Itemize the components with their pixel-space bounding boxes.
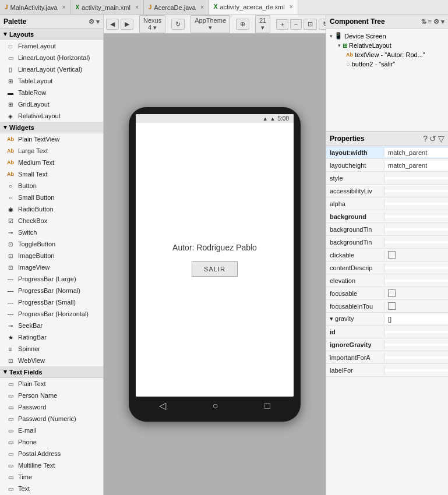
palette-item-tablerow[interactable]: ▬ TableRow [0,87,103,98]
zoom-in-button[interactable]: + [276,19,288,30]
prop-value-contentdescrip[interactable] [384,267,448,269]
palette-item-postal-address[interactable]: ▭ Postal Address [0,448,103,459]
fit-button[interactable]: ⊡ [304,19,317,30]
navigate-forward-button[interactable]: ▶ [121,19,133,30]
prop-value-background[interactable] [384,215,448,218]
prop-checkbox-focusable-in-touch[interactable] [388,302,396,310]
properties-help-icon[interactable]: ? [423,134,428,143]
palette-item-password-numeric[interactable]: ▭ Password (Numeric) [0,413,103,425]
prop-value-backgroundtin2[interactable] [384,241,448,243]
palette-item-framelayout[interactable]: □ FrameLayout [0,40,103,52]
component-tree-sort2-icon[interactable]: ≡ [428,18,432,26]
palette-item-webview[interactable]: ⊡ WebView [0,355,103,366]
palette-group-layouts[interactable]: ▾ Layouts [0,29,103,40]
prop-value-accessibility[interactable] [384,190,448,192]
api-button[interactable]: 21 ▾ [255,15,270,33]
prop-name-contentdescrip: contentDescrip [326,263,384,273]
tab-activity-acerca-de-xml[interactable]: X activity_acerca_de.xml × [209,0,298,15]
tree-item-textview[interactable]: Ab textView - "Autor: Rod..." [326,50,448,59]
palette-item-button[interactable]: ○ Button [0,180,103,192]
palette-item-person-name[interactable]: ▭ Person Name [0,390,103,401]
component-tree-sort-icon[interactable]: ⇅ [421,18,426,26]
palette-group-widgets[interactable]: ▾ Widgets [0,122,103,133]
properties-undo-icon[interactable]: ↺ [429,134,436,143]
device-selector-button[interactable]: Nexus 4 ▾ [139,15,165,33]
palette-item-text[interactable]: ▭ Text [0,483,103,494]
phone-nav-home-button[interactable]: ○ [213,401,218,411]
palette-item-ratingbar[interactable]: ★ RatingBar [0,331,103,343]
palette-group-text-fields[interactable]: ▾ Text Fields [0,366,103,378]
relativelayout-tree-arrow[interactable]: ▾ [338,43,341,48]
text-icon: ▭ [6,484,15,493]
orientation-button[interactable]: ↻ [171,19,185,30]
prop-checkbox-focusable[interactable] [388,289,396,297]
palette-item-medium-text[interactable]: Ab Medium Text [0,157,103,168]
tab-close-0[interactable]: × [62,4,66,10]
device-screen-arrow[interactable]: ▾ [330,33,333,39]
palette-item-radiobutton[interactable]: ◉ RadioButton [0,203,103,215]
prop-value-elevation[interactable] [384,280,448,282]
tab-close-3[interactable]: × [290,3,293,10]
prop-value-important-for-a[interactable] [384,356,448,359]
palette-item-relativelayout[interactable]: ◈ RelativeLayout [0,110,103,122]
phone-nav-back-button[interactable]: ◁ [159,400,166,411]
prop-value-layout-height[interactable]: match_parent [384,161,448,170]
prop-value-ignore-gravity[interactable] [384,344,448,346]
navigate-back-button[interactable]: ◀ [106,19,119,30]
palette-item-time[interactable]: ▭ Time [0,471,103,483]
component-tree-menu-icon[interactable]: ▾ [441,18,445,26]
palette-item-plain-textview[interactable]: Ab Plain TextView [0,133,103,145]
palette-item-togglebutton[interactable]: ⊡ ToggleButton [0,238,103,250]
phone-salir-button[interactable]: SALIR [192,261,238,277]
tab-close-2[interactable]: × [200,4,204,10]
palette-item-imageview[interactable]: ⊡ ImageView [0,261,103,273]
palette-item-seekbar[interactable]: ⊸ SeekBar [0,320,103,331]
palette-item-tablelayout[interactable]: ⊞ TableLayout [0,75,103,87]
tree-item-relativelayout[interactable]: ▾ ⊞ RelativeLayout [326,41,448,50]
palette-item-password[interactable]: ▭ Password [0,401,103,413]
tree-item-device-screen[interactable]: ▾ 📱 Device Screen [326,31,448,41]
prop-value-id[interactable] [384,331,448,333]
prop-row-backgroundtin1: backgroundTin [326,223,448,236]
palette-item-checkbox[interactable]: ☑ CheckBox [0,215,103,227]
palette-item-linearlayout-h[interactable]: ▭ LinearLayout (Horizontal) [0,52,103,63]
palette-item-spinner[interactable]: ≡ Spinner [0,343,103,355]
language-button[interactable]: ⊕ [236,19,249,30]
theme-selector-button[interactable]: AppTheme ▾ [191,15,230,33]
palette-item-small-text[interactable]: Ab Small Text [0,168,103,180]
prop-value-layout-width[interactable]: match_parent [384,148,448,157]
zoom-out-button[interactable]: − [290,19,302,30]
palette-item-progressbar-small[interactable]: — ProgressBar (Small) [0,296,103,308]
tab-close-1[interactable]: × [135,4,139,10]
refresh-button[interactable]: ↻ [319,19,326,30]
palette-item-plain-text[interactable]: ▭ Plain Text [0,378,103,390]
palette-item-switch[interactable]: ⊸ Switch [0,227,103,238]
prop-value-label-for[interactable] [384,369,448,372]
palette-settings-icon[interactable]: ⚙ [89,18,94,26]
palette-item-gridlayout[interactable]: ⊞ GridLayout [0,98,103,110]
palette-item-progressbar-horizontal[interactable]: — ProgressBar (Horizontal) [0,308,103,320]
checkbox-icon: ☑ [6,216,15,225]
palette-item-small-button[interactable]: ○ Small Button [0,192,103,203]
palette-item-progressbar-large[interactable]: — ProgressBar (Large) [0,273,103,285]
tree-item-button2[interactable]: ○ button2 - "salir" [326,59,448,69]
tab-activity-main-xml[interactable]: X activity_main.xml × [71,0,144,15]
palette-item-large-text[interactable]: Ab Large Text [0,145,103,157]
palette-item-multiline-text[interactable]: ▭ Multiline Text [0,459,103,471]
tab-main-activity-java[interactable]: J MainActivity.java × [0,0,71,15]
prop-value-style[interactable] [384,177,448,179]
palette-item-progressbar-normal[interactable]: — ProgressBar (Normal) [0,285,103,296]
palette-item-imagebutton[interactable]: ⊡ ImageButton [0,250,103,261]
palette-item-phone[interactable]: ▭ Phone [0,436,103,448]
palette-item-email[interactable]: ▭ E-mail [0,425,103,436]
prop-value-backgroundtin1[interactable] [384,228,448,231]
prop-value-gravity[interactable]: [] [384,314,448,324]
palette-item-linearlayout-v[interactable]: ▯ LinearLayout (Vertical) [0,63,103,75]
palette-menu-icon[interactable]: ▾ [96,18,100,26]
prop-value-alpha[interactable] [384,203,448,205]
tab-acerca-de-java[interactable]: J AcercaDe.java × [144,0,209,15]
phone-nav-recent-button[interactable]: □ [264,401,270,411]
component-tree-settings-icon[interactable]: ⚙ [433,18,439,26]
prop-checkbox-clickable[interactable] [388,251,396,259]
properties-filter-icon[interactable]: ▽ [438,134,445,143]
